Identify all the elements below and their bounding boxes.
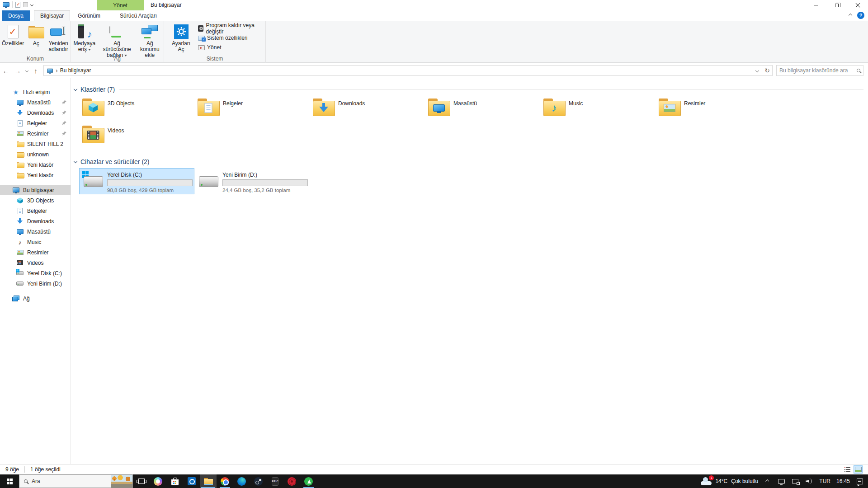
up-button[interactable]	[30, 65, 42, 76]
chrome-icon	[221, 477, 229, 486]
folder-tile-pictures[interactable]: Resimler	[656, 96, 771, 122]
minimize-ribbon-chevron-icon[interactable]	[849, 14, 852, 17]
folder-tile-music[interactable]: Music	[540, 96, 656, 122]
clock[interactable]: 16:45	[835, 478, 851, 484]
sidebar-item-music[interactable]: Music	[0, 237, 71, 247]
sidebar-item-silent-hill-2[interactable]: SILENT HILL 2	[0, 139, 71, 149]
breadcrumb-root[interactable]: Bu bilgisayar	[60, 67, 91, 74]
qat-properties-icon[interactable]	[15, 2, 20, 8]
sidebar-item-desktop[interactable]: Masaüstü	[0, 97, 71, 108]
weather-widget[interactable]: 1 14°C Çok bulutlu	[697, 474, 762, 488]
sidebar-item-new-folder[interactable]: Yeni klasör	[0, 160, 71, 170]
sidebar-item-desktop[interactable]: Masaüstü	[0, 226, 71, 237]
volume-icon[interactable]	[804, 474, 815, 488]
hidden-icons-chevron-icon[interactable]	[762, 474, 773, 488]
folder-tile-videos[interactable]: Videos	[79, 123, 194, 149]
taskbar-app-outlook[interactable]	[183, 474, 200, 488]
breadcrumb[interactable]: Bu bilgisayar	[44, 66, 94, 75]
taskbar-app-chrome[interactable]	[217, 474, 233, 488]
folder-tile-downloads[interactable]: Downloads	[310, 96, 425, 122]
rename-button[interactable]: Yeniden adlandır	[46, 23, 71, 54]
sidebar-item-local-disk-c[interactable]: Yerel Disk (C:)	[0, 268, 71, 278]
map-network-drive-button[interactable]: Ağ sürücüsüne bağlan	[99, 23, 135, 60]
sidebar-item-downloads[interactable]: Downloads	[0, 108, 71, 118]
action-center-icon[interactable]	[854, 474, 865, 488]
tab-drive-tools[interactable]: Sürücü Araçları	[114, 10, 163, 21]
taskbar-app-green[interactable]	[300, 474, 317, 488]
tab-file[interactable]: Dosya	[2, 10, 30, 21]
collapse-chevron-icon[interactable]	[74, 159, 77, 163]
title-bar: Yönet Bu bilgisayar	[0, 0, 868, 10]
weather-temperature: 14°C	[715, 478, 727, 484]
details-view-button[interactable]	[843, 465, 852, 474]
sidebar-item-videos[interactable]: Videos	[0, 258, 71, 268]
taskbar-search-box[interactable]: Ara	[19, 474, 133, 488]
taskbar-app-epic[interactable]: EPIC	[267, 474, 283, 488]
minimize-button[interactable]	[806, 0, 826, 10]
taskbar-app-steam[interactable]	[250, 474, 267, 488]
pin-icon	[61, 131, 67, 136]
windows-logo-icon	[7, 479, 13, 484]
search-box[interactable]: Bu bilgisayar klasöründe ara	[776, 65, 863, 76]
network-status-icon[interactable]	[790, 474, 801, 488]
recent-locations-chevron-icon[interactable]	[24, 70, 30, 72]
language-indicator[interactable]: TUR	[818, 478, 832, 484]
search-icon[interactable]	[857, 69, 860, 72]
forward-button[interactable]	[12, 65, 24, 76]
group-header-devices[interactable]: Cihazlar ve sürücüler (2)	[74, 158, 863, 165]
group-header-folders[interactable]: Klasörler (7)	[74, 86, 863, 93]
sidebar-item-documents[interactable]: Belgeler	[0, 206, 71, 216]
open-folder-icon	[28, 26, 43, 38]
qat-customize-chevron-icon[interactable]	[30, 3, 33, 6]
collapse-chevron-icon[interactable]	[74, 87, 77, 90]
folder-tile-documents[interactable]: Belgeler	[194, 96, 310, 122]
sidebar-item-this-pc[interactable]: Bu bilgisayar	[0, 185, 71, 195]
back-button[interactable]	[0, 65, 12, 76]
manage-button[interactable]: Yönet	[198, 43, 265, 52]
sidebar-item-new-folder[interactable]: Yeni klasör	[0, 170, 71, 180]
sidebar-item-network[interactable]: Ağ	[0, 293, 71, 304]
sidebar-item-pictures[interactable]: Resimler	[0, 128, 71, 139]
drive-tile-local-disk-c[interactable]: Yerel Disk (C:) 98,8 GB boş, 429 GB topl…	[79, 168, 194, 194]
system-properties-button[interactable]: Sistem özellikleri	[198, 34, 265, 42]
address-bar[interactable]: Bu bilgisayar	[43, 65, 773, 76]
sidebar-item-downloads[interactable]: Downloads	[0, 216, 71, 226]
open-button[interactable]: Aç	[27, 23, 45, 54]
folder-icon	[17, 141, 24, 147]
restore-button[interactable]	[826, 0, 847, 10]
microsoft-store-icon	[171, 479, 179, 485]
taskbar-app-store[interactable]	[166, 474, 183, 488]
taskbar-app-red[interactable]	[283, 474, 300, 488]
search-highlight-image[interactable]	[111, 475, 132, 488]
taskbar-app-file-explorer[interactable]	[200, 474, 217, 488]
tab-view[interactable]: Görünüm	[72, 10, 106, 21]
taskbar-app-edge[interactable]	[233, 474, 250, 488]
sidebar-item-quick-access[interactable]: Hızlı erişim	[0, 87, 71, 97]
3d-cube-icon	[16, 197, 24, 204]
cast-device-icon[interactable]	[776, 474, 787, 488]
sidebar-item-pictures[interactable]: Resimler	[0, 247, 71, 258]
start-button[interactable]	[0, 474, 19, 488]
thumbnails-view-button[interactable]	[854, 465, 863, 474]
folder-tile-3d-objects[interactable]: 3D Objects	[79, 96, 194, 122]
sidebar-item-documents[interactable]: Belgeler	[0, 118, 71, 128]
taskbar-app-copilot[interactable]	[150, 474, 166, 488]
refresh-icon[interactable]	[762, 66, 772, 75]
task-view-button[interactable]	[133, 474, 150, 488]
drive-tile-new-volume-d[interactable]: Yeni Birim (D:) 24,4 GB boş, 35,2 GB top…	[194, 168, 310, 194]
access-media-button[interactable]: Medyaya eriş	[71, 23, 98, 60]
add-network-location-button[interactable]: Ağ konumu ekle	[136, 23, 164, 60]
close-button[interactable]	[847, 0, 868, 10]
sidebar-item-3d-objects[interactable]: 3D Objects	[0, 195, 71, 206]
folder-tile-desktop[interactable]: Masaüstü	[425, 96, 540, 122]
address-dropdown-chevron-icon[interactable]	[752, 66, 762, 75]
tab-computer[interactable]: Bilgisayar	[34, 10, 70, 21]
uninstall-program-button[interactable]: Program kaldır veya değiştir	[198, 24, 265, 33]
ribbon-group-system: Ayarları Aç Program kaldır veya değiştir…	[164, 21, 266, 63]
help-icon[interactable]	[857, 12, 864, 19]
open-settings-button[interactable]: Ayarları Aç	[168, 23, 194, 54]
qat-new-folder-icon[interactable]	[23, 2, 28, 7]
sidebar-item-unknown[interactable]: unknown	[0, 149, 71, 160]
properties-button[interactable]: Özellikler	[0, 23, 26, 54]
sidebar-item-new-volume-d[interactable]: Yeni Birim (D:)	[0, 278, 71, 289]
